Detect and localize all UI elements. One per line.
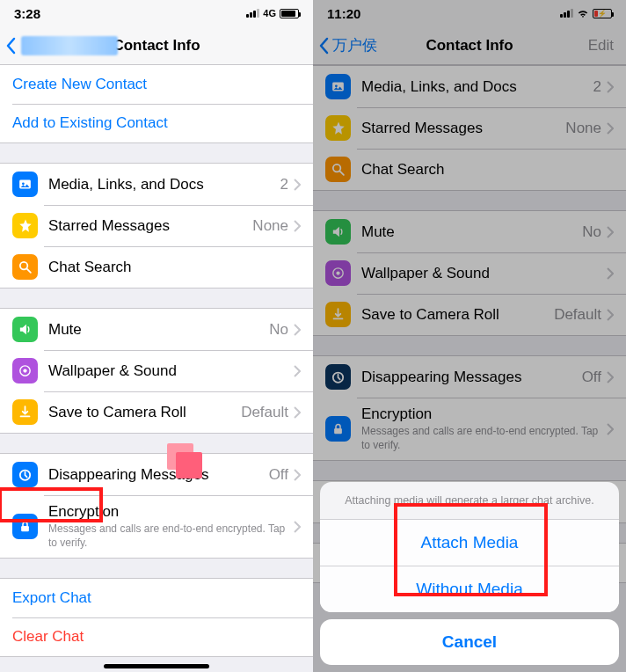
chat-search[interactable]: Chat Search (313, 149, 626, 190)
nav-title: Contact Info (426, 37, 513, 55)
lock-icon (325, 416, 351, 442)
chevron-right-icon (294, 179, 301, 191)
status-bar: 3:28 4G (0, 0, 313, 26)
starred-messages[interactable]: Starred Messages None (313, 107, 626, 149)
speaker-icon (325, 219, 351, 245)
left-screenshot: 3:28 4G Contact Info Create New Contact … (0, 0, 313, 672)
nav-bar: 万户侯 Contact Info Edit (313, 26, 626, 65)
wallpaper-sound[interactable]: Wallpaper & Sound (0, 350, 313, 391)
wifi-icon (577, 7, 589, 19)
download-icon (325, 302, 351, 327)
wallpaper-icon (12, 358, 38, 383)
battery-low-icon: ⚡ (593, 9, 612, 18)
chevron-right-icon (607, 423, 614, 435)
save-to-camera-roll[interactable]: Save to Camera Roll Default (0, 391, 313, 433)
sheet-message: Attaching media will generate a larger c… (320, 482, 619, 519)
svg-line-3 (27, 269, 31, 273)
contact-name-blurred (21, 36, 118, 55)
photos-icon (325, 74, 351, 99)
disappearing-messages[interactable]: Disappearing Messages Off (0, 454, 313, 495)
svg-line-11 (340, 172, 344, 175)
action-sheet: Attaching media will generate a larger c… (320, 482, 619, 665)
cancel-button[interactable]: Cancel (320, 619, 619, 665)
svg-point-5 (23, 369, 26, 372)
download-icon (12, 399, 38, 425)
edit-button[interactable]: Edit (588, 37, 614, 55)
chevron-right-icon (607, 122, 614, 135)
search-icon (325, 157, 351, 182)
chevron-right-icon (294, 406, 301, 419)
chevron-right-icon (607, 309, 614, 321)
svg-point-13 (336, 271, 339, 274)
chevron-right-icon (607, 226, 614, 238)
status-time: 11:20 (327, 6, 360, 21)
chevron-right-icon (607, 81, 614, 93)
chat-search[interactable]: Chat Search (0, 246, 313, 288)
star-icon (325, 115, 351, 141)
chevron-right-icon (294, 521, 301, 533)
chevron-right-icon (294, 469, 301, 481)
signal-icon (560, 9, 573, 18)
wallpaper-sound[interactable]: Wallpaper & Sound (313, 252, 626, 294)
wallpaper-icon (325, 260, 351, 286)
svg-point-9 (335, 84, 338, 87)
nav-title: Contact Info (113, 37, 200, 55)
starred-messages[interactable]: Starred Messages None (0, 205, 313, 246)
mute[interactable]: Mute No (0, 309, 313, 350)
export-chat[interactable]: Export Chat (0, 579, 313, 617)
chevron-right-icon (607, 267, 614, 280)
back-button[interactable]: 万户侯 (318, 35, 377, 55)
media-links-docs[interactable]: Media, Links, and Docs 2 (0, 164, 313, 205)
create-new-contact[interactable]: Create New Contact (0, 65, 313, 104)
without-media-button[interactable]: Without Media (320, 566, 619, 612)
back-label: 万户侯 (332, 35, 377, 55)
chevron-back-icon (318, 37, 329, 55)
star-icon (12, 213, 38, 238)
signal-icon (246, 9, 259, 18)
chevron-right-icon (294, 324, 301, 336)
encryption[interactable]: Encryption Messages and calls are end-to… (313, 398, 626, 460)
encryption[interactable]: Encryption Messages and calls are end-to… (0, 495, 313, 558)
timer-icon (12, 462, 38, 487)
home-indicator (104, 664, 209, 668)
chevron-right-icon (607, 371, 614, 383)
search-icon (12, 254, 38, 280)
battery-icon (280, 9, 299, 18)
chevron-right-icon (294, 365, 301, 377)
chevron-right-icon (294, 220, 301, 232)
clear-chat[interactable]: Clear Chat (0, 617, 313, 656)
photos-icon (12, 172, 38, 197)
right-screenshot: 11:20 ⚡ 万户侯 Contact Info Edit Media, Lin… (313, 0, 626, 672)
timer-icon (325, 364, 351, 390)
back-button[interactable] (5, 36, 118, 55)
status-bar: 11:20 ⚡ (313, 0, 626, 26)
svg-rect-7 (21, 526, 29, 531)
nav-bar: Contact Info (0, 26, 313, 65)
svg-point-1 (22, 182, 25, 185)
status-time: 3:28 (14, 6, 40, 21)
lock-icon (12, 514, 38, 539)
disappearing-messages[interactable]: Disappearing Messages Off (313, 356, 626, 398)
svg-rect-15 (334, 428, 342, 434)
media-links-docs[interactable]: Media, Links, and Docs 2 (313, 66, 626, 107)
mute[interactable]: Mute No (313, 211, 626, 252)
add-to-existing-contact[interactable]: Add to Existing Contact (0, 104, 313, 142)
attach-media-button[interactable]: Attach Media (320, 519, 619, 566)
speaker-icon (12, 317, 38, 342)
chevron-back-icon (5, 37, 16, 55)
network-label: 4G (263, 8, 276, 18)
save-to-camera-roll[interactable]: Save to Camera Roll Default (313, 294, 626, 335)
